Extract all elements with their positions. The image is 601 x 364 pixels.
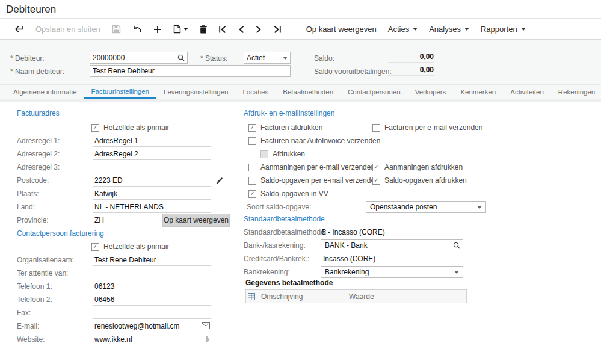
checkbox-row: ✓ Facturen afdrukken Facturen per e-mail…	[244, 121, 492, 134]
copy-paste-icon[interactable]	[173, 22, 188, 37]
field-row: Adresregel 1:	[17, 134, 231, 147]
show-on-map-button[interactable]: Op kaart weergeven	[306, 22, 377, 37]
checkbox-saldo-opgaven-in-vv[interactable]: ✓	[248, 190, 256, 198]
field-row: Adresregel 2:	[17, 147, 231, 161]
tab-activiteiten[interactable]: Activiteiten	[503, 85, 551, 99]
tab-leveringsinstellingen[interactable]: Leveringsinstellingen	[156, 85, 235, 99]
grid-settings-icon[interactable]	[246, 290, 257, 303]
chevron-down-icon[interactable]	[183, 28, 188, 31]
page-title: Debiteuren	[6, 4, 56, 16]
first-record-icon[interactable]	[218, 22, 227, 37]
postcode-input[interactable]	[93, 175, 211, 186]
status-value: Actief	[247, 54, 265, 62]
gegevens-betaalmethode-heading: Gegevens betaalmethode	[244, 279, 492, 289]
tab-locaties[interactable]: Locaties	[235, 85, 276, 99]
tab-factuurinstellingen[interactable]: Factuurinstellingen	[84, 85, 156, 99]
send-email-icon[interactable]	[202, 322, 210, 329]
adresregel-2-input[interactable]	[93, 149, 211, 159]
field-row: Soort saldo-opgave: Openstaande posten	[244, 200, 492, 214]
naam-debiteur-field	[90, 65, 291, 77]
payment-method-grid: Omschrijving Waarde	[245, 289, 467, 303]
bank-kasrekening-input[interactable]	[324, 240, 452, 251]
website-input[interactable]	[93, 334, 211, 345]
debiteur-field	[90, 52, 188, 64]
checkbox-facturen-afdrukken[interactable]: ✓	[248, 124, 256, 132]
debiteur-input[interactable]	[93, 54, 176, 62]
chevron-down-icon	[464, 28, 469, 31]
add-icon[interactable]	[153, 22, 162, 37]
undo-icon[interactable]	[132, 22, 142, 37]
search-icon[interactable]	[453, 242, 460, 249]
previous-record-icon[interactable]	[238, 22, 244, 37]
section-contactpersoon-facturering[interactable]: Contactpersoon facturering	[17, 227, 231, 240]
naam-debiteur-input[interactable]	[93, 67, 288, 75]
provincie-input[interactable]	[93, 215, 161, 226]
checkbox-aanmaningen-afdrukken[interactable]: ✓	[372, 164, 380, 171]
field-row: Land:	[17, 200, 231, 214]
checkbox-row: ✓ Saldo-opgaven in VV	[244, 187, 492, 200]
checkbox-saldo-opgaven-afdrukken[interactable]: ✓	[372, 177, 380, 185]
actions-menu[interactable]: Acties	[388, 22, 418, 37]
grid-column-omschrijving[interactable]: Omschrijving	[257, 290, 345, 303]
telefoon-2-input[interactable]	[93, 294, 211, 305]
field-row: Plaats:	[17, 187, 231, 200]
status-select[interactable]: Actief	[244, 52, 291, 64]
soort-saldo-opgave-select[interactable]: Openstaande posten	[366, 201, 486, 213]
field-row: Standaardbetaalmethode:	[244, 226, 492, 239]
field-row: Postcode:	[17, 174, 231, 187]
tab-rekeningen[interactable]: Rekeningen	[551, 85, 601, 99]
chevron-down-icon	[413, 28, 418, 31]
back-icon[interactable]	[14, 22, 24, 37]
open-external-link-icon[interactable]	[202, 336, 210, 342]
next-record-icon[interactable]	[256, 22, 262, 37]
search-icon[interactable]	[177, 54, 185, 61]
panel-left-edge	[5, 103, 5, 350]
checkbox-hetzelfde-als-primair[interactable]: ✓	[91, 124, 99, 132]
bankrekening-select[interactable]: Bankrekening	[321, 266, 463, 278]
field-row: Organisatienaam:	[17, 253, 231, 267]
field-row: Fax:	[17, 306, 231, 319]
op-kaart-weergeven-button[interactable]: Op kaart weergeven	[162, 214, 230, 227]
field-row: Provincie: Op kaart weergeven	[17, 214, 231, 227]
saldo-value: 0,00	[388, 52, 434, 63]
adresregel-1-input[interactable]	[93, 135, 211, 146]
toolbar: Opslaan en sluiten Op kaart weergeve	[0, 19, 601, 40]
plaats-input[interactable]	[93, 188, 211, 199]
delete-icon[interactable]	[200, 22, 207, 37]
checkbox-aanmaningen-per-email[interactable]	[248, 164, 256, 171]
standaardbetaalmethode-input[interactable]	[321, 227, 463, 238]
edit-pencil-icon[interactable]	[215, 176, 223, 187]
field-row: Adresregel 3:	[17, 161, 231, 174]
section-afdruk-email[interactable]: Afdruk- en e-mailinstellingen	[244, 109, 492, 121]
checkbox-facturen-autoinvoice[interactable]	[248, 137, 256, 145]
tab-bar: Algemene informatie Factuurinstellingen …	[0, 85, 601, 99]
tab-kenmerken[interactable]: Kenmerken	[453, 85, 503, 99]
grid-column-waarde[interactable]: Waarde	[345, 290, 466, 303]
section-standaardbetaalmethode[interactable]: Standaardbetaalmethode	[244, 214, 492, 226]
saldo-vooruitbetalingen-label: Saldo vooruitbetalingen:	[314, 67, 392, 76]
chevron-down-icon	[283, 57, 288, 60]
last-record-icon[interactable]	[273, 22, 282, 37]
checkbox-facturen-per-email[interactable]	[372, 124, 380, 132]
tab-betaalmethoden[interactable]: Betaalmethoden	[276, 85, 341, 99]
section-factuuradres[interactable]: Factuuradres	[17, 109, 231, 121]
ter-attentie-van-input[interactable]	[93, 268, 211, 279]
fax-input[interactable]	[93, 307, 211, 318]
save-and-close-button[interactable]: Opslaan en sluiten	[35, 22, 100, 37]
save-icon[interactable]	[112, 22, 121, 37]
checkbox-row: Aanmaningen per e-mail verzenden ✓ Aanma…	[244, 161, 492, 174]
checkbox-row: Facturen naar AutoInvoice verzenden	[244, 134, 492, 147]
organisatienaam-input[interactable]	[93, 254, 211, 265]
reports-menu[interactable]: Rapporten	[481, 22, 526, 37]
checkbox-saldo-opgaven-per-email[interactable]	[248, 177, 256, 185]
tab-contactpersonen[interactable]: Contactpersonen	[341, 85, 408, 99]
land-input[interactable]	[93, 202, 211, 212]
email-input[interactable]	[93, 321, 211, 332]
factuurinstellingen-panel: Factuuradres ✓ Hetzelfde als primair Adr…	[0, 102, 601, 364]
tab-algemene-informatie[interactable]: Algemene informatie	[6, 85, 84, 99]
analyses-menu[interactable]: Analyses	[429, 22, 469, 37]
telefoon-1-input[interactable]	[93, 281, 211, 292]
tab-verkopers[interactable]: Verkopers	[408, 85, 454, 99]
checkbox-hetzelfde-als-primair-contact[interactable]: ✓	[91, 243, 99, 251]
adresregel-3-input[interactable]	[93, 162, 211, 173]
